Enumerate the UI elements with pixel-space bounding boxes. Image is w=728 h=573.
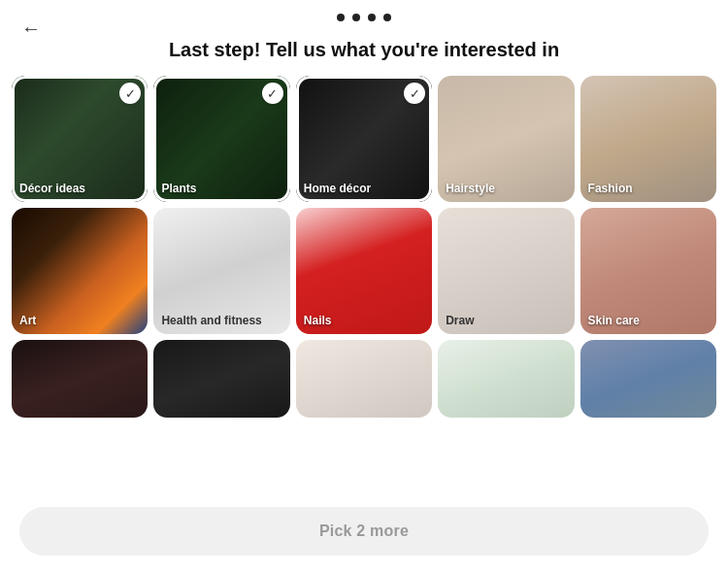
card-row3c[interactable] [296, 340, 432, 418]
card-row3b-bg [153, 340, 289, 418]
check-badge-plants: ✓ [262, 83, 283, 104]
card-row3d[interactable] [438, 340, 574, 418]
card-label-art: Art [19, 314, 36, 327]
bottom-bar: Pick 2 more [0, 495, 728, 573]
card-homedecor[interactable]: ✓ Home décor [296, 76, 432, 202]
card-label-decor: Décor ideas [19, 182, 85, 195]
card-label-hairstyle: Hairstyle [446, 182, 495, 195]
dot-2 [352, 14, 360, 21]
dot-4 [383, 14, 391, 21]
card-label-homedecor: Home décor [304, 182, 371, 195]
card-art[interactable]: Art [12, 208, 148, 334]
card-row3d-bg [438, 340, 574, 418]
card-fashion[interactable]: Fashion [580, 76, 716, 202]
dot-3 [368, 14, 376, 21]
card-draw[interactable]: Draw [438, 208, 574, 334]
page-title: Last step! Tell us what you're intereste… [0, 27, 728, 76]
card-row3e-bg [580, 340, 716, 418]
card-label-draw: Draw [446, 314, 474, 327]
card-row3a-bg [12, 340, 148, 418]
card-label-skincare: Skin care [588, 314, 640, 327]
card-row3b[interactable] [153, 340, 289, 418]
card-label-nails: Nails [304, 314, 332, 327]
card-nails[interactable]: Nails [296, 208, 432, 334]
dot-1 [337, 14, 345, 21]
card-skincare[interactable]: Skin care [580, 208, 716, 334]
progress-dots [337, 14, 391, 21]
card-health[interactable]: Health and fitness [153, 208, 289, 334]
back-button[interactable]: ← [17, 14, 45, 44]
card-plants[interactable]: ✓ Plants [153, 76, 289, 202]
card-label-health: Health and fitness [161, 314, 261, 327]
card-row3c-bg [296, 340, 432, 418]
header: ← [0, 0, 728, 27]
pick-more-button[interactable]: Pick 2 more [19, 507, 709, 556]
interest-grid: ✓ Décor ideas ✓ Plants ✓ Home décor Hair… [0, 76, 728, 418]
card-label-plants: Plants [161, 182, 196, 195]
card-hairstyle[interactable]: Hairstyle [438, 76, 574, 202]
card-label-fashion: Fashion [588, 182, 633, 195]
card-decor[interactable]: ✓ Décor ideas [12, 76, 148, 202]
card-row3a[interactable] [12, 340, 148, 418]
card-row3e[interactable] [580, 340, 716, 418]
